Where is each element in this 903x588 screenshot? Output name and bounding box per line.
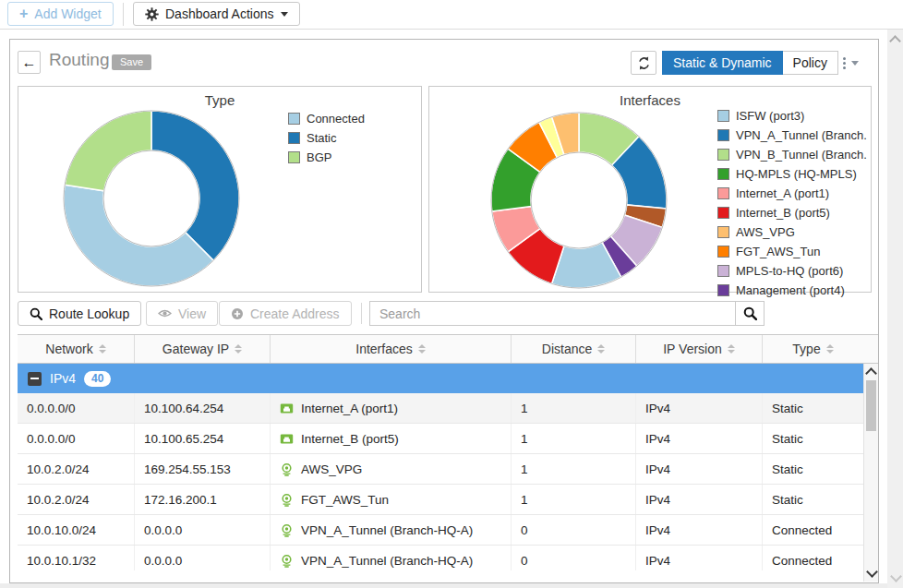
cell-network: 0.0.0.0/0: [18, 393, 135, 423]
cell-gateway-ip-value: 10.100.65.254: [144, 432, 223, 446]
legend-item[interactable]: Internet_A (port1): [717, 186, 867, 200]
collapse-icon[interactable]: [28, 372, 42, 386]
table-row[interactable]: 10.0.2.0/24169.254.55.153AWS_VPG1IPv4Sta…: [18, 454, 863, 485]
sort-icon: [235, 344, 242, 354]
legend-item[interactable]: Management (port4): [717, 283, 867, 297]
back-arrow-icon: ←: [22, 54, 37, 70]
legend-item[interactable]: FGT_AWS_Tun: [717, 245, 867, 258]
table-scrollbar[interactable]: [863, 364, 878, 582]
cell-ip-version-value: IPv4: [645, 554, 670, 568]
route-lookup-button[interactable]: Route Lookup: [18, 301, 141, 326]
cell-network-value: 10.0.2.0/24: [27, 462, 90, 476]
legend-label: AWS_VPG: [736, 225, 795, 239]
plus-circle-icon: [231, 307, 244, 320]
refresh-button[interactable]: [631, 51, 656, 75]
cell-type-value: Static: [772, 493, 803, 507]
legend-label: Static: [307, 131, 337, 145]
scroll-down-icon[interactable]: [890, 570, 902, 582]
legend-item[interactable]: AWS_VPG: [717, 225, 867, 239]
save-button[interactable]: Save: [112, 54, 151, 70]
add-widget-button[interactable]: + Add Widget: [7, 2, 114, 26]
sort-icon: [597, 344, 605, 354]
cell-ip-version: IPv4: [636, 393, 763, 423]
scroll-down-icon[interactable]: [866, 566, 878, 578]
page-background-strip: [0, 583, 887, 588]
view-button[interactable]: View: [146, 301, 218, 326]
scroll-up-icon[interactable]: [865, 367, 877, 379]
legend-label: VPN_A_Tunnel (Branch...: [736, 128, 867, 142]
scrollbar-thumb[interactable]: [866, 380, 876, 431]
legend-item[interactable]: MPLS-to-HQ (port6): [717, 264, 867, 278]
legend-swatch: [717, 284, 729, 296]
legend-swatch: [717, 207, 729, 219]
column-header-gateway-ip[interactable]: Gateway IP: [135, 335, 271, 363]
table-header: NetworkGateway IPInterfacesDistanceIP Ve…: [18, 334, 878, 364]
cell-network-value: 10.0.2.0/24: [27, 493, 90, 507]
legend-item[interactable]: ISFW (port3): [717, 109, 867, 123]
legend-item[interactable]: Static: [288, 131, 365, 145]
group-row-ipv4[interactable]: IPv4 40: [18, 364, 863, 393]
cell-interface-value: FGT_AWS_Tun: [301, 493, 389, 507]
column-header-interfaces[interactable]: Interfaces: [271, 335, 512, 363]
legend-item[interactable]: Connected: [288, 112, 365, 126]
cell-distance: 1: [512, 424, 636, 453]
legend-label: Internet_B (port5): [736, 206, 830, 220]
cell-ip-version: IPv4: [636, 424, 763, 453]
cell-type-value: Static: [772, 432, 803, 446]
tab-policy[interactable]: Policy: [783, 51, 838, 75]
cell-network: 10.0.2.0/24: [18, 485, 135, 514]
legend-swatch: [717, 187, 729, 199]
dashboard-actions-button[interactable]: Dashboard Actions: [133, 2, 300, 26]
column-header-ip-version[interactable]: IP Version: [636, 335, 763, 363]
cell-ip-version-value: IPv4: [645, 432, 670, 446]
cell-ip-version: IPv4: [636, 485, 763, 514]
cell-gateway-ip: 0.0.0.0: [135, 515, 271, 545]
group-label: IPv4: [50, 371, 76, 386]
legend-item[interactable]: VPN_B_Tunnel (Branch...: [717, 148, 867, 162]
interfaces-donut-chart[interactable]: [487, 108, 671, 293]
kebab-menu-button[interactable]: [839, 51, 862, 75]
scroll-up-icon[interactable]: [889, 35, 901, 47]
cell-distance: 1: [512, 393, 636, 423]
add-widget-label: Add Widget: [34, 6, 101, 21]
table-row[interactable]: 0.0.0.0/010.100.65.254Internet_B (port5)…: [18, 424, 863, 454]
column-header-type[interactable]: Type: [763, 335, 863, 363]
legend-item[interactable]: HQ-MPLS (HQ-MPLS): [717, 167, 867, 181]
create-address-button[interactable]: Create Address: [219, 301, 352, 326]
legend-label: VPN_B_Tunnel (Branch...: [736, 148, 867, 162]
page-scrollbar[interactable]: [887, 30, 903, 588]
legend-swatch: [717, 110, 729, 122]
legend-swatch: [288, 113, 300, 125]
legend-item[interactable]: VPN_A_Tunnel (Branch...: [717, 128, 867, 142]
table-row[interactable]: 10.0.10.0/240.0.0.0VPN_A_Tunnel (Branch-…: [18, 515, 863, 546]
cell-distance-value: 1: [521, 493, 528, 507]
table-row[interactable]: 10.0.2.0/24172.16.200.1FGT_AWS_Tun1IPv4S…: [18, 485, 863, 515]
routing-widget: ← Routing Save Static & Dynamic Policy T…: [9, 39, 879, 583]
cell-distance: 0: [512, 515, 636, 545]
legend-swatch: [717, 149, 729, 161]
cell-distance-value: 1: [521, 402, 528, 415]
route-lookup-label: Route Lookup: [49, 306, 129, 321]
search-button[interactable]: [735, 301, 765, 326]
count-badge: 40: [84, 371, 111, 387]
tab-static-dynamic[interactable]: Static & Dynamic: [662, 51, 783, 75]
cell-type: Static: [763, 424, 863, 453]
back-button[interactable]: ←: [18, 51, 41, 74]
cell-gateway-ip-value: 0.0.0.0: [144, 554, 182, 568]
type-donut-chart[interactable]: [59, 106, 244, 291]
search-input[interactable]: [369, 301, 735, 326]
legend-item[interactable]: BGP: [288, 150, 365, 164]
table-row[interactable]: 0.0.0.0/010.100.64.254Internet_A (port1)…: [18, 393, 863, 424]
cell-gateway-ip: 169.254.55.153: [135, 454, 271, 484]
caret-down-icon: [281, 12, 288, 17]
cell-network: 10.0.10.0/24: [18, 515, 135, 545]
search-icon: [30, 307, 42, 320]
cell-network-value: 10.0.10.0/24: [27, 523, 96, 537]
donut-slice[interactable]: [151, 111, 239, 260]
cell-network-value: 0.0.0.0/0: [27, 432, 76, 446]
legend-label: HQ-MPLS (HQ-MPLS): [736, 167, 857, 181]
column-header-network[interactable]: Network: [18, 335, 135, 363]
column-header-distance[interactable]: Distance: [512, 335, 636, 363]
legend-label: Connected: [307, 112, 365, 126]
legend-item[interactable]: Internet_B (port5): [717, 206, 867, 220]
